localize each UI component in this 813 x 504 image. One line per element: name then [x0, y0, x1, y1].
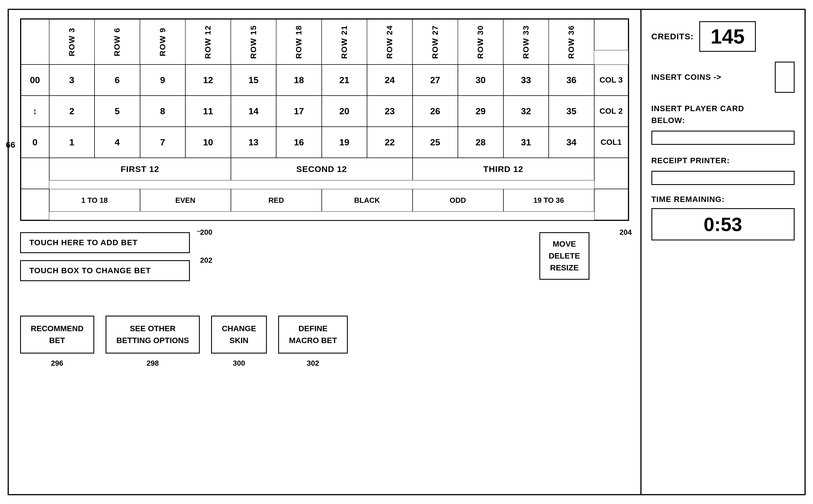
bottom-buttons-row: RECOMMEND BET 296 SEE OTHER BETTING OPTI… — [20, 316, 629, 354]
cell-2-4[interactable]: 13 — [231, 127, 276, 158]
cell-2-9[interactable]: 28 — [458, 127, 504, 158]
cell-1-1[interactable]: 5 — [94, 96, 140, 127]
row-header-7: ROW 24 — [367, 19, 413, 64]
card-slot-wrapper — [651, 131, 795, 145]
right-panel: CREDITS: 145 INSERT COINS -> INSERT PLAY… — [640, 10, 805, 494]
dozen-row: FIRST 12 SECOND 12 THIRD 12 — [21, 158, 628, 189]
ref-296: 296 — [51, 359, 63, 368]
receipt-printer-label: RECEIPT PRINTER: — [651, 155, 795, 167]
dozen-second[interactable]: SECOND 12 — [231, 158, 413, 180]
cell-1-2[interactable]: 8 — [140, 96, 186, 127]
grid-row-0: 00 3 6 9 12 15 18 21 24 27 30 33 36 COL … — [21, 64, 628, 96]
row-header-0: ROW 3 — [49, 19, 95, 64]
touch-change-bet-button[interactable]: TOUCH BOX TO CHANGE BET — [20, 260, 190, 281]
row-label-00: 00 — [21, 64, 49, 96]
insert-coins-label: INSERT COINS -> — [651, 73, 769, 82]
row-header-4: ROW 15 — [231, 19, 276, 64]
cell-2-3[interactable]: 10 — [185, 127, 231, 158]
col-header-spacer — [594, 19, 628, 50]
ref-298: 298 — [147, 359, 159, 368]
row-header-8: ROW 27 — [413, 19, 458, 64]
action-buttons: TOUCH HERE TO ADD BET 200 ~ TOUCH BOX TO… — [20, 232, 190, 281]
add-bet-wrapper: TOUCH HERE TO ADD BET 200 ~ — [20, 232, 190, 253]
grid-row-2: 0 1 4 7 10 13 16 19 22 25 28 31 34 COL1 — [21, 127, 628, 158]
cell-2-2[interactable]: 7 — [140, 127, 186, 158]
player-card-section: INSERT PLAYER CARDBELOW: — [651, 103, 795, 145]
dozen-third[interactable]: THIRD 12 — [413, 158, 594, 180]
define-macro-bet-button[interactable]: DEFINE MACRO BET — [278, 316, 348, 354]
see-other-betting-wrapper: SEE OTHER BETTING OPTIONS 298 — [106, 316, 200, 354]
cell-0-2[interactable]: 9 — [140, 64, 186, 96]
dozen-col-spacer — [594, 158, 628, 189]
cell-0-11[interactable]: 36 — [549, 64, 594, 96]
see-other-betting-button[interactable]: SEE OTHER BETTING OPTIONS — [106, 316, 200, 354]
bet-19-to-36[interactable]: 19 TO 36 — [504, 189, 594, 212]
row-headers-row: ROW 3 ROW 6 ROW 9 ROW 12 ROW 15 ROW 18 R… — [21, 19, 628, 64]
dozen-spacer — [21, 158, 49, 189]
grid-row-1: ↕ 2 5 8 11 14 17 20 23 26 29 32 35 COL 2 — [21, 96, 628, 127]
move-delete-resize-box[interactable]: MOVE DELETE RESIZE — [539, 232, 589, 280]
cell-0-10[interactable]: 33 — [504, 64, 549, 96]
time-remaining-value: 0:53 — [651, 208, 795, 240]
cell-1-9[interactable]: 29 — [458, 96, 504, 127]
cell-1-11[interactable]: 35 — [549, 96, 594, 127]
cell-0-6[interactable]: 21 — [322, 64, 367, 96]
row-header-5: ROW 18 — [276, 19, 322, 64]
cell-0-4[interactable]: 15 — [231, 64, 276, 96]
receipt-printer-slot — [651, 171, 795, 185]
cell-2-6[interactable]: 19 — [322, 127, 367, 158]
cell-2-1[interactable]: 4 — [94, 127, 140, 158]
bet-1-to-18[interactable]: 1 TO 18 — [49, 189, 140, 212]
roulette-table: ROW 3 ROW 6 ROW 9 ROW 12 ROW 15 ROW 18 R… — [20, 18, 629, 221]
cell-1-5[interactable]: 17 — [276, 96, 322, 127]
cell-1-8[interactable]: 26 — [413, 96, 458, 127]
row-header-9: ROW 30 — [458, 19, 504, 64]
cell-1-7[interactable]: 23 — [367, 96, 413, 127]
row-header-10: ROW 33 — [504, 19, 549, 64]
bet-even[interactable]: EVEN — [140, 189, 231, 212]
cell-0-3[interactable]: 12 — [185, 64, 231, 96]
recommend-bet-button[interactable]: RECOMMEND BET — [20, 316, 94, 354]
cell-1-0[interactable]: 2 — [49, 96, 95, 127]
cell-0-5[interactable]: 18 — [276, 64, 322, 96]
outside-spacer — [21, 189, 49, 220]
outside-row: 1 TO 18 EVEN RED BLACK ODD 19 TO 36 — [21, 189, 628, 220]
row-label-arrow: ↕ — [21, 96, 49, 127]
credits-row: CREDITS: 145 — [651, 21, 795, 52]
col-label-0[interactable]: COL 3 — [594, 64, 628, 96]
cell-2-5[interactable]: 16 — [276, 127, 322, 158]
change-skin-button[interactable]: CHANGE SKIN — [211, 316, 267, 354]
cell-0-0[interactable]: 3 — [49, 64, 95, 96]
col-label-2[interactable]: COL1 — [594, 127, 628, 158]
cell-2-8[interactable]: 25 — [413, 127, 458, 158]
cell-1-6[interactable]: 20 — [322, 96, 367, 127]
cell-2-11[interactable]: 34 — [549, 127, 594, 158]
recommend-bet-wrapper: RECOMMEND BET 296 — [20, 316, 94, 354]
cell-1-10[interactable]: 32 — [504, 96, 549, 127]
cell-1-3[interactable]: 11 — [185, 96, 231, 127]
cell-0-9[interactable]: 30 — [458, 64, 504, 96]
cell-2-0[interactable]: 1 — [49, 127, 95, 158]
player-card-slot[interactable] — [651, 131, 795, 145]
cell-0-8[interactable]: 27 — [413, 64, 458, 96]
row-header-2: ROW 9 — [140, 19, 186, 64]
player-card-label: INSERT PLAYER CARDBELOW: — [651, 103, 795, 126]
time-remaining-label: TIME REMAINING: — [651, 195, 795, 204]
row-header-3: ROW 12 — [185, 19, 231, 64]
dozen-first[interactable]: FIRST 12 — [49, 158, 231, 180]
bet-black[interactable]: BLACK — [322, 189, 413, 212]
cell-0-7[interactable]: 24 — [367, 64, 413, 96]
cell-2-7[interactable]: 22 — [367, 127, 413, 158]
credits-value: 145 — [699, 21, 756, 52]
cell-2-10[interactable]: 31 — [504, 127, 549, 158]
row-header-6: ROW 21 — [322, 19, 367, 64]
receipt-printer-section: RECEIPT PRINTER: — [651, 155, 795, 185]
bottom-section: TOUCH HERE TO ADD BET 200 ~ TOUCH BOX TO… — [20, 232, 629, 354]
col-label-1[interactable]: COL 2 — [594, 96, 628, 127]
cell-1-4[interactable]: 14 — [231, 96, 276, 127]
bet-red[interactable]: RED — [231, 189, 322, 212]
coin-slot[interactable] — [775, 62, 795, 93]
touch-add-bet-button[interactable]: TOUCH HERE TO ADD BET — [20, 232, 190, 253]
bet-odd[interactable]: ODD — [413, 189, 504, 212]
cell-0-1[interactable]: 6 — [94, 64, 140, 96]
